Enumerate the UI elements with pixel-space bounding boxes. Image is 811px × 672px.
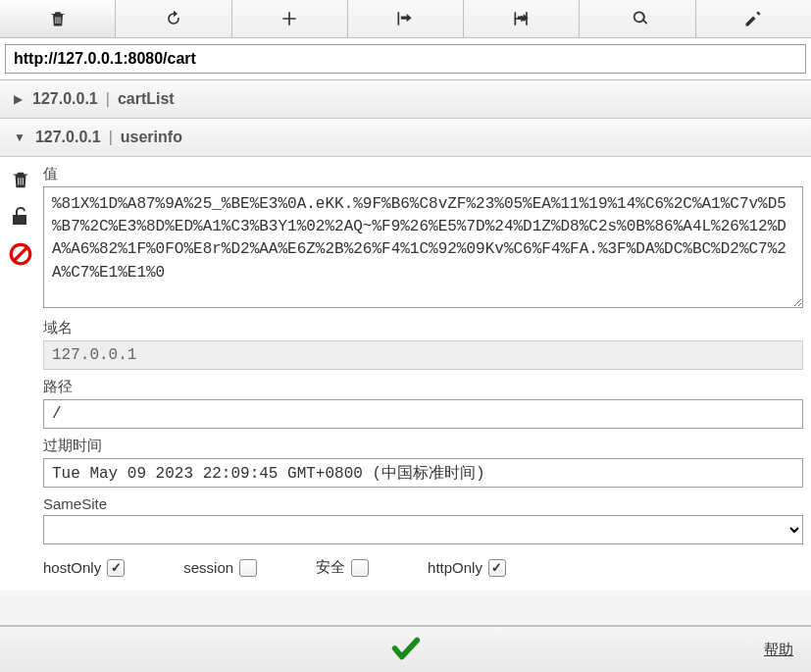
domain-input <box>43 340 803 370</box>
session-label: session <box>183 559 233 576</box>
expires-input[interactable] <box>43 458 803 488</box>
hostonly-label: hostOnly <box>43 559 101 576</box>
unlock-icon[interactable] <box>8 204 33 230</box>
value-input[interactable] <box>43 186 803 308</box>
session-checkbox[interactable] <box>239 559 257 577</box>
cookie-fields: 值 域名 路径 过期时间 SameSite hostOnly <box>43 165 803 577</box>
cookie-side-actions <box>8 165 43 577</box>
cookie-host: 127.0.0.1 <box>35 129 101 146</box>
svg-line-1 <box>15 248 27 261</box>
expires-label: 过期时间 <box>43 437 803 455</box>
footer: 帮助 <box>0 625 811 672</box>
secure-label: 安全 <box>316 558 345 577</box>
delete-cookie-button[interactable] <box>8 167 33 192</box>
cookie-name: userinfo <box>121 129 182 146</box>
search-button[interactable] <box>580 0 695 37</box>
cookie-host: 127.0.0.1 <box>32 90 98 108</box>
httponly-checkbox[interactable] <box>488 559 506 577</box>
collapse-icon: ▼ <box>14 130 25 144</box>
refresh-button[interactable] <box>116 0 231 37</box>
samesite-label: SameSite <box>43 495 803 512</box>
settings-button[interactable] <box>696 0 811 37</box>
confirm-button[interactable] <box>389 632 423 668</box>
path-input[interactable] <box>43 399 803 429</box>
url-input[interactable] <box>5 44 806 74</box>
expand-icon: ▶ <box>14 92 23 106</box>
cookie-header-cartlist[interactable]: ▶ 127.0.0.1 | cartList <box>0 80 811 119</box>
cookie-header-userinfo[interactable]: ▼ 127.0.0.1 | userinfo <box>0 119 811 157</box>
block-icon[interactable] <box>8 241 33 267</box>
httponly-label: httpOnly <box>428 559 482 576</box>
path-label: 路径 <box>43 378 803 396</box>
cookie-list: ▶ 127.0.0.1 | cartList ▼ 127.0.0.1 | use… <box>0 80 811 625</box>
delete-all-button[interactable] <box>0 0 116 37</box>
domain-label: 域名 <box>43 319 803 337</box>
value-label: 值 <box>43 165 803 183</box>
cookie-name: cartList <box>118 90 175 108</box>
import-button[interactable] <box>348 0 464 37</box>
help-link[interactable]: 帮助 <box>764 641 793 659</box>
checkbox-row: hostOnly session 安全 httpOnly <box>43 552 803 577</box>
hostonly-checkbox[interactable] <box>107 559 125 577</box>
secure-checkbox[interactable] <box>351 559 369 577</box>
cookie-detail: 值 域名 路径 过期时间 SameSite hostOnly <box>0 157 811 591</box>
url-bar <box>0 38 811 80</box>
toolbar <box>0 0 811 38</box>
export-button[interactable] <box>464 0 580 37</box>
samesite-select[interactable] <box>43 515 803 544</box>
add-button[interactable] <box>232 0 348 37</box>
